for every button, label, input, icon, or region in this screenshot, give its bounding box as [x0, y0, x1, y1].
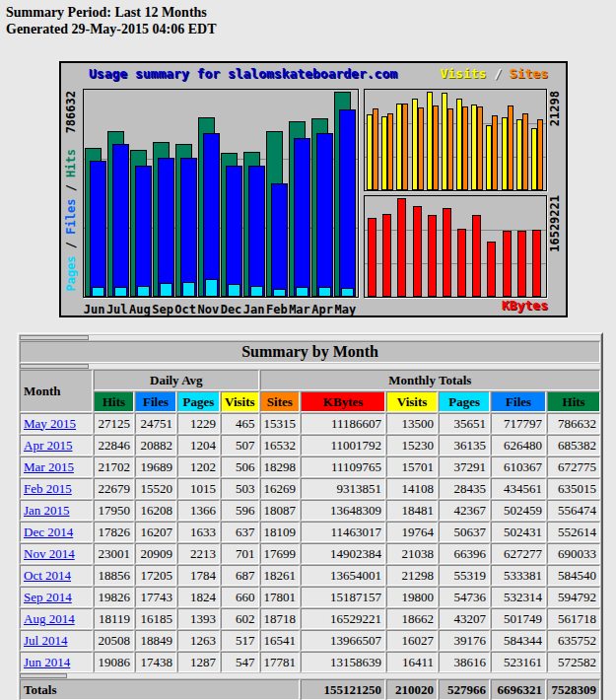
- cell-files: 523161: [491, 652, 546, 672]
- cell-pages: 2213: [177, 543, 220, 564]
- month-link[interactable]: Sep 2014: [24, 590, 72, 604]
- month-link[interactable]: Jun 2014: [24, 655, 70, 669]
- kbytes-bar: [517, 231, 526, 297]
- pages-bar: [296, 287, 308, 297]
- files-bar: [316, 133, 333, 297]
- cell-files: 434561: [491, 478, 546, 499]
- cell-hits: 786632: [547, 413, 600, 434]
- cell-sites: 17699: [260, 543, 301, 564]
- month-link[interactable]: Feb 2015: [24, 481, 72, 496]
- cell-files: 502459: [491, 500, 546, 521]
- summary-table-wrap: Summary by Month Month Daily Avg Monthly…: [17, 332, 616, 700]
- column-header-files: Files: [491, 391, 546, 412]
- column-header-row: HitsFilesPagesVisitsSitesKBytesVisitsPag…: [20, 391, 600, 412]
- sites-bar: [418, 107, 424, 190]
- sites-bar: [402, 104, 408, 190]
- cell-pages: 1204: [177, 435, 220, 455]
- hits-files-pages-plot: [83, 89, 359, 298]
- cell-sites: 17781: [260, 652, 301, 672]
- cell-hits: 19086: [94, 652, 134, 672]
- cell-files: 19689: [135, 456, 176, 477]
- cell-visits: 18662: [386, 608, 438, 629]
- sites-bar: [462, 106, 468, 190]
- cell-sites: 17801: [260, 587, 301, 607]
- total-kbytes: 155121250: [301, 679, 385, 700]
- pages-bar: [273, 289, 286, 297]
- cell-pages: 1263: [177, 630, 220, 651]
- month-link[interactable]: Apr 2015: [24, 438, 72, 453]
- pages-bar: [318, 287, 331, 297]
- month-label: Mar: [288, 303, 310, 316]
- cell-files: 626480: [491, 435, 546, 455]
- cell-files: 16208: [135, 500, 176, 521]
- cell-files: 15520: [135, 478, 176, 499]
- month-link[interactable]: Nov 2014: [24, 546, 75, 561]
- total-pages: 527966: [439, 679, 490, 700]
- sites-bar: [508, 105, 513, 190]
- table-row: Jan 201517950162081366596180871364830918…: [20, 500, 600, 521]
- sites-bar: [447, 108, 453, 190]
- month-cell: Jul 2014: [20, 630, 93, 651]
- pages-bar: [160, 283, 172, 297]
- files-bar: [294, 138, 310, 297]
- cell-pages: 1824: [177, 587, 220, 607]
- cell-kbytes: 13158639: [301, 652, 385, 672]
- sites-bar: [537, 119, 543, 190]
- month-link[interactable]: Mar 2015: [24, 459, 74, 474]
- month-label: Jan: [242, 303, 265, 316]
- month-cell: Aug 2014: [20, 608, 93, 629]
- cell-visits: 19764: [386, 522, 438, 542]
- cell-pages: 50637: [439, 522, 490, 542]
- cell-hits: 690033: [547, 543, 600, 564]
- page-header: Summary Period: Last 12 Months Generated…: [0, 0, 616, 37]
- cell-files: 584344: [491, 630, 546, 651]
- cell-visits: 687: [221, 565, 259, 586]
- cell-hits: 561718: [547, 608, 600, 629]
- cell-sites: 18298: [260, 456, 301, 477]
- sites-bar: [477, 106, 483, 190]
- month-link[interactable]: Jul 2014: [24, 633, 67, 648]
- left-axis-series-label: Pages / Files / Hits: [64, 149, 78, 292]
- month-link[interactable]: Oct 2014: [24, 568, 71, 583]
- cell-pages: 55319: [439, 565, 490, 586]
- column-header-sites: Sites: [260, 391, 301, 412]
- month-link[interactable]: Jan 2015: [24, 503, 70, 518]
- left-axis-max-label: 786632: [64, 91, 78, 133]
- cell-visits: 503: [221, 478, 259, 499]
- cell-kbytes: 11109765: [301, 456, 385, 477]
- sites-bar: [373, 108, 378, 190]
- cell-files: 18849: [135, 630, 176, 651]
- month-link[interactable]: Aug 2014: [24, 611, 75, 626]
- table-row: Sep 201419826177431824660178011518715719…: [20, 587, 600, 607]
- cell-pages: 1229: [177, 413, 220, 434]
- month-label: Oct: [174, 303, 197, 316]
- month-label: Apr: [311, 303, 334, 316]
- cell-hits: 27125: [94, 413, 134, 434]
- pages-bar: [114, 287, 127, 297]
- cell-pages: 1633: [177, 522, 220, 542]
- table-row: Dec 201417826162071633637181091146301719…: [20, 522, 600, 542]
- month-cell: May 2015: [20, 413, 93, 434]
- pages-bar: [182, 282, 195, 297]
- month-link[interactable]: Dec 2014: [24, 525, 73, 539]
- cell-files: 501749: [491, 608, 546, 629]
- files-bar: [158, 158, 174, 297]
- month-link[interactable]: May 2015: [24, 416, 76, 431]
- chart-title: Usage summary for slalomskateboarder.com: [89, 66, 397, 81]
- kbytes-bar: [397, 198, 406, 297]
- sites-bar: [522, 113, 528, 190]
- month-label: Aug: [128, 303, 151, 316]
- cell-visits: 637: [221, 522, 259, 542]
- cell-kbytes: 14902384: [301, 543, 385, 564]
- month-cell: Sep 2014: [20, 587, 93, 607]
- table-row: Jul 201420508188491263517165411396650716…: [20, 630, 600, 651]
- cell-pages: 1393: [177, 608, 220, 629]
- kbytes-bar: [428, 215, 437, 297]
- pages-bar: [250, 286, 263, 297]
- month-label: Jul: [105, 303, 128, 316]
- month-label: Sep: [151, 303, 173, 316]
- files-bar: [180, 158, 197, 297]
- month-label: Jun: [83, 303, 105, 316]
- cell-pages: 1015: [177, 478, 220, 499]
- sites-bar: [387, 113, 393, 190]
